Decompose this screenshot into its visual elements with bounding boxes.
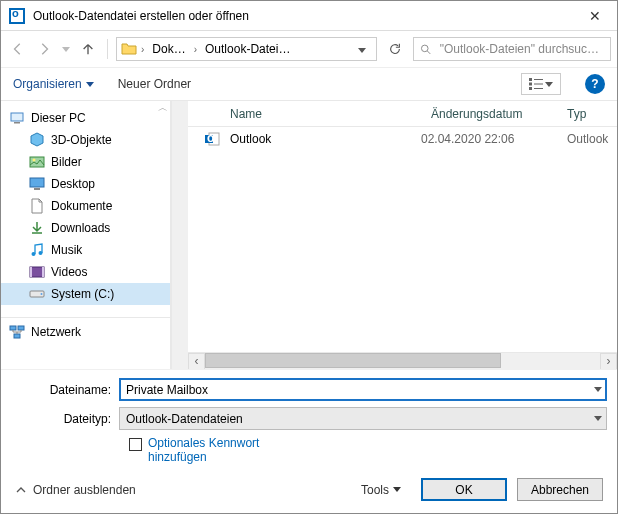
window-title: Outlook-Datendatei erstellen oder öffnen <box>33 9 581 23</box>
filetype-combo[interactable] <box>119 407 607 430</box>
svg-rect-18 <box>42 267 44 277</box>
svg-rect-12 <box>30 178 44 187</box>
scroll-right-button[interactable]: › <box>600 353 617 370</box>
scroll-thumb[interactable] <box>205 353 501 368</box>
breadcrumb-seg1-label: Dok… <box>152 42 185 56</box>
tree-network[interactable]: Netzwerk <box>1 317 170 339</box>
search-icon <box>420 43 432 56</box>
svg-text:o: o <box>207 131 214 145</box>
outlook-app-icon <box>9 8 25 24</box>
chevron-down-icon <box>86 82 94 87</box>
tree-this-pc[interactable]: Dieser PC <box>1 107 170 129</box>
network-icon <box>9 324 25 340</box>
tree-this-pc-label: Dieser PC <box>31 111 86 125</box>
file-name: Outlook <box>230 132 411 146</box>
nav-forward-button[interactable] <box>33 38 55 60</box>
filename-input[interactable] <box>120 383 606 397</box>
file-row[interactable]: o Outlook 02.04.2020 22:06 Outlook <box>188 127 617 151</box>
filename-combo[interactable] <box>119 378 607 401</box>
svg-rect-23 <box>14 334 20 338</box>
tools-menu[interactable]: Tools <box>361 483 401 497</box>
tree-item-downloads[interactable]: Downloads <box>1 217 170 239</box>
pictures-icon <box>29 154 45 170</box>
svg-rect-4 <box>529 87 532 90</box>
footer-row: Ordner ausblenden Tools OK Abbrechen <box>11 478 607 503</box>
tree-item-system-c[interactable]: System (C:) <box>1 283 170 305</box>
hide-folders-label: Ordner ausblenden <box>33 483 136 497</box>
dialog-window: Outlook-Datendatei erstellen oder öffnen… <box>0 0 618 514</box>
bottom-panel: Dateiname: Dateityp: Optionales Kennwort… <box>1 369 617 513</box>
tree-item-videos[interactable]: Videos <box>1 261 170 283</box>
nav-row: › Dok… › Outlook-Datei… <box>1 31 617 67</box>
address-bar[interactable]: › Dok… › Outlook-Datei… <box>116 37 377 61</box>
file-rows: o Outlook 02.04.2020 22:06 Outlook <box>188 127 617 352</box>
tree-item-label: 3D-Objekte <box>51 133 112 147</box>
column-headers[interactable]: Name Änderungsdatum Typ <box>188 101 617 127</box>
address-dropdown[interactable] <box>352 42 372 56</box>
chevron-down-icon <box>545 82 553 87</box>
optional-password-checkbox[interactable] <box>129 438 142 451</box>
svg-rect-22 <box>18 326 24 330</box>
col-name[interactable]: Name <box>230 107 431 121</box>
chevron-right-icon[interactable]: › <box>139 44 146 55</box>
filetype-dropdown[interactable] <box>594 412 602 423</box>
nav-up-button[interactable] <box>77 38 99 60</box>
refresh-button[interactable] <box>381 37 409 61</box>
cancel-button[interactable]: Abbrechen <box>517 478 603 501</box>
folder-icon <box>121 41 137 57</box>
help-button[interactable]: ? <box>585 74 605 94</box>
vertical-scrollbar[interactable] <box>171 101 188 369</box>
new-folder-button[interactable]: Neuer Ordner <box>118 77 191 91</box>
search-box[interactable] <box>413 37 611 61</box>
tree-item-label: Bilder <box>51 155 82 169</box>
svg-rect-5 <box>534 79 543 80</box>
tree-item-label: Videos <box>51 265 87 279</box>
col-date[interactable]: Änderungsdatum <box>431 107 567 121</box>
tree-item-pictures[interactable]: Bilder <box>1 151 170 173</box>
svg-point-11 <box>33 159 36 162</box>
organise-menu[interactable]: Organisieren <box>13 77 94 91</box>
pc-icon <box>9 110 25 126</box>
nav-recent-dropdown[interactable] <box>59 38 73 60</box>
nav-back-button[interactable] <box>7 38 29 60</box>
ok-button[interactable]: OK <box>421 478 507 501</box>
svg-point-20 <box>41 293 43 295</box>
svg-rect-6 <box>534 84 543 85</box>
svg-point-15 <box>39 251 43 255</box>
filetype-value <box>120 412 606 426</box>
svg-rect-7 <box>534 88 543 89</box>
close-button[interactable]: ✕ <box>581 8 609 24</box>
outlook-file-icon: o <box>204 131 220 147</box>
tree-item-label: System (C:) <box>51 287 114 301</box>
tree-item-label: Musik <box>51 243 82 257</box>
tree-item-music[interactable]: Musik <box>1 239 170 261</box>
hide-folders-toggle[interactable]: Ordner ausblenden <box>15 483 136 497</box>
tree-item-documents[interactable]: Dokumente <box>1 195 170 217</box>
drive-icon <box>29 286 45 302</box>
filename-dropdown[interactable] <box>594 383 602 394</box>
tree-item-label: Downloads <box>51 221 110 235</box>
music-icon <box>29 242 45 258</box>
col-type[interactable]: Typ <box>567 107 617 121</box>
filename-label: Dateiname: <box>11 383 111 397</box>
list-view-icon <box>529 78 543 90</box>
scroll-left-button[interactable]: ‹ <box>188 353 205 370</box>
svg-rect-9 <box>14 122 20 124</box>
tree-item-desktop[interactable]: Desktop <box>1 173 170 195</box>
scroll-track[interactable] <box>205 353 600 370</box>
tree-network-label: Netzwerk <box>31 325 81 339</box>
chevron-right-icon[interactable]: › <box>192 44 199 55</box>
view-mode-button[interactable] <box>521 73 561 95</box>
search-input[interactable] <box>438 41 604 57</box>
separator <box>107 39 108 59</box>
svg-point-0 <box>421 45 428 52</box>
horizontal-scrollbar[interactable]: ‹ › <box>188 352 617 369</box>
optional-password-link[interactable]: Optionales Kennwort hinzufügen <box>148 436 318 464</box>
tools-label: Tools <box>361 483 389 497</box>
filetype-label: Dateityp: <box>11 412 111 426</box>
chevron-down-icon <box>393 487 401 492</box>
collapse-chevron-icon[interactable]: ︿ <box>158 101 168 115</box>
breadcrumb-seg1[interactable]: Dok… <box>148 40 189 58</box>
breadcrumb-seg2[interactable]: Outlook-Datei… <box>201 40 294 58</box>
tree-item-3d-objects[interactable]: 3D-Objekte <box>1 129 170 151</box>
